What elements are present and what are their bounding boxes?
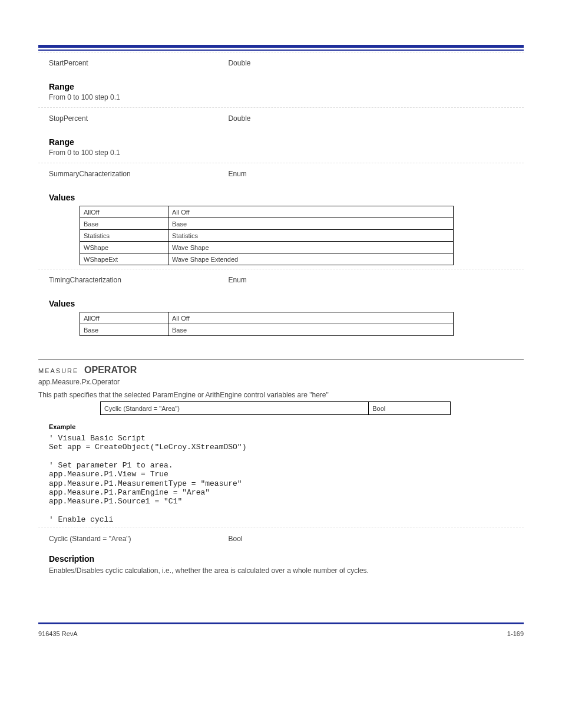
enum-desc: All Off (168, 206, 454, 218)
footer-ref: 916435 RevA (38, 630, 78, 637)
example-label: Example (49, 423, 524, 430)
enum-key: AllOff (80, 206, 168, 218)
header-rule-thick (38, 45, 524, 48)
operator-mini-table: Cyclic (Standard = "Area") Bool (100, 401, 451, 415)
divider (38, 52, 524, 52)
prop-row-startpercent: StartPercent Double (38, 57, 524, 68)
table-row: BaseBase (80, 324, 454, 336)
prop-type: Bool (228, 535, 242, 543)
table-row: BaseBase (80, 218, 454, 230)
range-label: Range (49, 137, 524, 147)
prop-row-summarychar: SummaryCharacterization Enum (38, 168, 524, 179)
mini-right: Bool (369, 402, 451, 415)
operator-path: app.Measure.Px.Operator (38, 378, 524, 386)
enum-key: WShapeExt (80, 253, 168, 265)
table-row: AllOffAll Off (80, 206, 454, 218)
prop-name: StartPercent (49, 59, 226, 67)
footer-rule (38, 622, 524, 624)
prop-name: StopPercent (49, 114, 226, 123)
divider (38, 528, 524, 528)
operator-heading: MEASURE OPERATOR (38, 365, 524, 375)
prop-type: Enum (228, 276, 246, 284)
enum-desc: Wave Shape (168, 242, 454, 253)
enum-table-summary: AllOffAll Off BaseBase StatisticsStatist… (80, 206, 454, 265)
range-value: From 0 to 100 step 0.1 (49, 93, 524, 101)
table-row: Cyclic (Standard = "Area") Bool (101, 402, 451, 415)
range-value: From 0 to 100 step 0.1 (49, 149, 524, 157)
enum-key: Base (80, 218, 168, 230)
enum-key: Base (80, 324, 168, 336)
table-row: WShapeExtWave Shape Extended (80, 253, 454, 265)
prop-name: SummaryCharacterization (49, 170, 226, 178)
code-block: ' Visual Basic Script Set app = CreateOb… (49, 434, 524, 524)
prop-row-stoppercent: StopPercent Double (38, 113, 524, 123)
values-label: Values (49, 193, 524, 202)
footer-page: 1-169 (507, 630, 524, 637)
heading-name: OPERATOR (84, 365, 137, 375)
operator-top-rule (38, 360, 524, 360)
description-text: Enables/Disables cyclic calculation, i.e… (49, 566, 524, 575)
table-row: StatisticsStatistics (80, 230, 454, 242)
prop-type: Double (228, 59, 250, 67)
divider (38, 107, 524, 108)
description-label: Description (49, 554, 524, 564)
divider (38, 269, 524, 269)
page-footer: 916435 RevA 1-169 (38, 630, 524, 637)
table-row: AllOffAll Off (80, 312, 454, 324)
prop-name: TimingCharacterization (49, 276, 226, 284)
enum-desc: Base (168, 218, 454, 230)
enum-key: AllOff (80, 312, 168, 324)
prop-type: Double (228, 114, 250, 123)
enum-key: Statistics (80, 230, 168, 242)
prop-row-cyclic: Cyclic (Standard = "Area") Bool (38, 533, 524, 543)
mini-left: Cyclic (Standard = "Area") (101, 402, 369, 415)
enum-table-timing: AllOffAll Off BaseBase (80, 312, 454, 336)
enum-key: WShape (80, 242, 168, 253)
prop-row-timingchar: TimingCharacterization Enum (38, 274, 524, 285)
enum-desc: All Off (168, 312, 454, 324)
values-label: Values (49, 299, 524, 308)
heading-prefix: MEASURE (38, 367, 78, 374)
table-row: WShapeWave Shape (80, 242, 454, 253)
page: StartPercent Double Range From 0 to 100 … (0, 0, 562, 661)
enum-desc: Statistics (168, 230, 454, 242)
range-label: Range (49, 82, 524, 91)
prop-name: Cyclic (Standard = "Area") (49, 535, 226, 543)
prop-type: Enum (228, 170, 246, 178)
operator-intro: This path specifies that the selected Pa… (38, 391, 524, 399)
enum-desc: Wave Shape Extended (168, 253, 454, 265)
enum-desc: Base (168, 324, 454, 336)
divider (38, 163, 524, 163)
